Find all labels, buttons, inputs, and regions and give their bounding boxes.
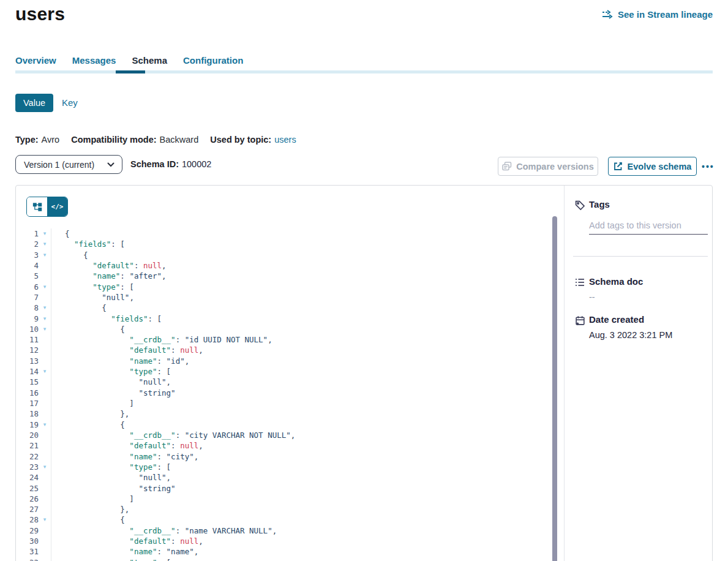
code-line: 10▾ { [16, 324, 555, 334]
code-line: 17 ] [16, 398, 555, 409]
meta-used-by-topic: Used by topic:users [210, 135, 296, 145]
version-dropdown[interactable]: Version 1 (current) [15, 155, 122, 174]
tree-view-icon [32, 202, 42, 212]
code-view-button[interactable]: </> [47, 197, 67, 216]
tab-overview[interactable]: Overview [15, 55, 56, 66]
schema-panel: </> 1▾{2▾ "fields": [3▾ {4 "default": nu… [15, 185, 713, 561]
meta-compatibility: Compatibility mode:Backward [71, 135, 198, 145]
line-number: 19 [16, 420, 39, 430]
line-number: 4 [16, 260, 39, 271]
code-text: { [51, 303, 555, 313]
tab-bar: Overview Messages Schema Configuration [15, 55, 259, 66]
code-text: "null", [51, 472, 555, 483]
code-line: 14▾ "type": [ [16, 366, 555, 377]
fold-toggle-icon[interactable]: ▾ [39, 282, 51, 292]
editor-view-toggle: </> [26, 197, 68, 217]
key-toggle-button[interactable]: Key [62, 94, 78, 112]
code-line: 24 "null", [16, 472, 555, 483]
meta-type: Type:Avro [15, 135, 59, 145]
code-text: "__crdb__": "name VARCHAR NULL", [51, 525, 555, 536]
code-text: { [51, 228, 555, 239]
line-number: 9 [16, 314, 39, 324]
version-selected-value: Version 1 (current) [16, 160, 107, 170]
calendar-created-icon [575, 315, 585, 328]
code-text: "default": null, [51, 345, 555, 355]
fold-toggle-icon[interactable]: ▾ [39, 557, 51, 561]
line-number: 25 [16, 483, 39, 494]
fold-toggle-icon[interactable]: ▾ [39, 420, 51, 430]
tags-title: Tags [589, 199, 610, 209]
code-text: { [51, 420, 555, 430]
fold-toggle-icon[interactable]: ▾ [39, 462, 51, 472]
fold-toggle-icon[interactable]: ▾ [39, 250, 51, 260]
topic-link[interactable]: users [274, 135, 296, 145]
fold-gutter [39, 260, 51, 271]
fold-toggle-icon[interactable]: ▾ [39, 324, 51, 334]
code-view-icon: </> [51, 203, 64, 211]
fold-toggle-icon[interactable]: ▾ [39, 228, 51, 239]
line-number: 14 [16, 366, 39, 377]
code-text: { [51, 250, 555, 260]
value-toggle-button[interactable]: Value [15, 94, 53, 112]
code-text: }, [51, 409, 555, 419]
editor-scrollbar[interactable] [552, 216, 557, 561]
compare-versions-button[interactable]: Compare versions [498, 157, 598, 176]
fold-gutter [39, 525, 51, 536]
code-text: "fields": [ [51, 239, 555, 249]
line-number: 2 [16, 239, 39, 249]
code-line: 23▾ "type": [ [16, 462, 555, 472]
tab-configuration[interactable]: Configuration [183, 55, 243, 66]
fold-toggle-icon[interactable]: ▾ [39, 303, 51, 313]
fold-toggle-icon[interactable]: ▾ [39, 239, 51, 249]
fold-toggle-icon[interactable]: ▾ [39, 366, 51, 377]
line-number: 22 [16, 451, 39, 462]
code-text: "__crdb__": "city VARCHAR NOT NULL", [51, 430, 555, 440]
tab-messages[interactable]: Messages [72, 55, 116, 66]
schema-sidebar: Tags Schema doc -- D [564, 186, 713, 561]
code-line: 16 "string" [16, 388, 555, 398]
fold-gutter [39, 440, 51, 451]
code-line: 1▾{ [16, 228, 555, 239]
line-number: 17 [16, 398, 39, 409]
code-text: "null", [51, 292, 555, 303]
line-number: 15 [16, 377, 39, 387]
fold-gutter [39, 334, 51, 345]
fold-gutter [39, 398, 51, 409]
code-text: "string" [51, 483, 555, 494]
line-number: 8 [16, 303, 39, 313]
schema-code-editor[interactable]: 1▾{2▾ "fields": [3▾ {4 "default": null,5… [16, 228, 555, 561]
code-text: "type": [ [51, 557, 555, 561]
code-line: 12 "default": null, [16, 345, 555, 355]
fold-gutter [39, 271, 51, 281]
code-text: "name": "after", [51, 271, 555, 281]
tab-schema[interactable]: Schema [132, 55, 167, 66]
line-number: 30 [16, 536, 39, 546]
code-line: 4 "default": null, [16, 260, 555, 271]
schema-doc-title: Schema doc [589, 276, 643, 287]
stream-lineage-link[interactable]: See in Stream lineage [602, 9, 713, 20]
line-number: 6 [16, 282, 39, 292]
line-number: 31 [16, 546, 39, 557]
evolve-schema-button[interactable]: Evolve schema [608, 157, 697, 176]
code-text: }, [51, 504, 555, 514]
fold-toggle-icon[interactable]: ▾ [39, 314, 51, 324]
code-line: 18 }, [16, 409, 555, 419]
line-number: 10 [16, 324, 39, 334]
date-created-title: Date created [589, 314, 644, 325]
schema-id: Schema ID:100002 [130, 159, 211, 169]
code-line: 2▾ "fields": [ [16, 239, 555, 249]
line-number: 1 [16, 228, 39, 239]
fold-gutter [39, 451, 51, 462]
line-number: 5 [16, 271, 39, 281]
code-line: 27 }, [16, 504, 555, 514]
add-tags-input[interactable] [589, 219, 708, 235]
active-tab-indicator [116, 70, 145, 73]
line-number: 13 [16, 356, 39, 366]
tree-view-button[interactable] [27, 197, 47, 216]
edit-icon [614, 162, 623, 171]
line-number: 20 [16, 430, 39, 440]
line-number: 29 [16, 525, 39, 536]
code-line: 19▾ { [16, 420, 555, 430]
more-actions-button[interactable]: ••• [702, 157, 715, 176]
fold-toggle-icon[interactable]: ▾ [39, 514, 51, 525]
